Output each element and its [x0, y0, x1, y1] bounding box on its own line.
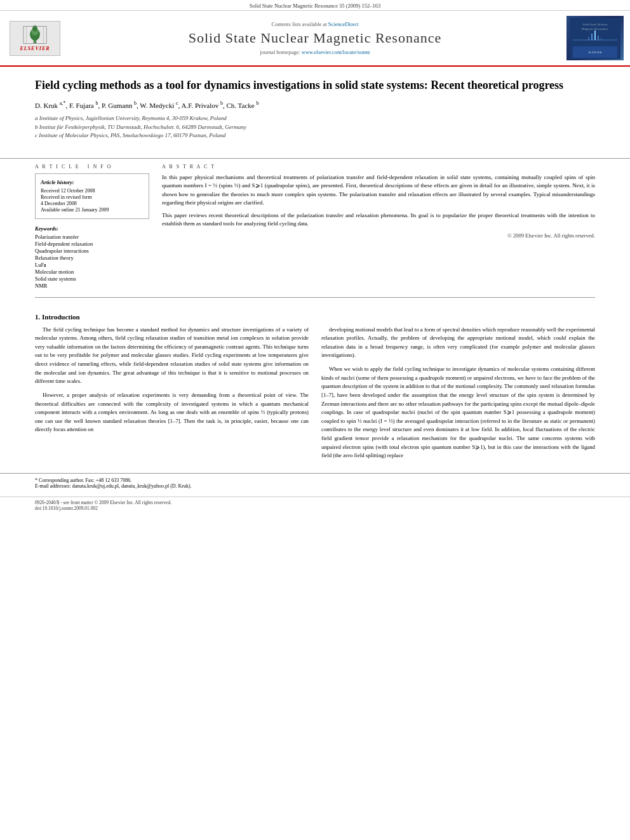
- journal-homepage: journal homepage: www.elsevier.com/locat…: [70, 49, 560, 55]
- keyword-0: Polarization transfer: [35, 234, 149, 240]
- article-header-section: Field cycling methods as a tool for dyna…: [0, 67, 630, 153]
- svg-text:Magnetic Resonance: Magnetic Resonance: [582, 27, 609, 30]
- keyword-2: Quadrupolar interactions: [35, 248, 149, 254]
- journal-cover-image: Solid State Nuclear Magnetic Resonance E…: [566, 16, 624, 60]
- intro-para-1: The field cycling technique has become a…: [35, 326, 309, 386]
- intro-right-col: developing motional models that lead to …: [321, 326, 595, 465]
- bottom-copyright: 0926-2040/$ - see front matter © 2009 El…: [35, 500, 171, 505]
- section-divider: [0, 158, 630, 159]
- keyword-6: Solid state systems: [35, 276, 149, 282]
- elsevier-name: ELSEVIER: [20, 46, 50, 51]
- keywords-block: Keywords: Polarization transfer Field-de…: [35, 225, 149, 289]
- elsevier-tree-icon: [22, 25, 48, 44]
- homepage-url[interactable]: www.elsevier.com/locate/ssnmr: [302, 49, 370, 55]
- svg-text:ELSEVIER: ELSEVIER: [588, 51, 601, 54]
- affiliation-c: c Institute of Molecular Physics, PAS, S…: [35, 131, 595, 140]
- copyright-line: © 2009 Elsevier Inc. All rights reserved…: [162, 232, 595, 239]
- keywords-label: Keywords:: [35, 225, 149, 232]
- affiliations: a Institute of Physics, Jagiellonian Uni…: [35, 114, 595, 140]
- intro-left-col: The field cycling technique has become a…: [35, 326, 309, 465]
- sciencedirect-link-area: Contents lists available at ScienceDirec…: [70, 21, 560, 27]
- abstract-column: A B S T R A C T In this paper physical m…: [162, 164, 595, 290]
- keyword-7: NMR: [35, 283, 149, 289]
- svg-text:Solid State Nuclear: Solid State Nuclear: [583, 23, 608, 26]
- journal-citation: Solid State Nuclear Magnetic Resonance 3…: [250, 3, 381, 9]
- footnote-area: * Corresponding author. Fax: +48 12 633 …: [0, 473, 630, 491]
- intro-right-para-1: developing motional models that lead to …: [321, 326, 595, 361]
- keyword-3: Relaxation theory: [35, 255, 149, 261]
- journal-header-center: Contents lists available at ScienceDirec…: [64, 21, 566, 55]
- article-history-block: Article history: Received 12 October 200…: [35, 173, 149, 219]
- keyword-4: LuF₃: [35, 262, 149, 268]
- received-date: Received 12 October 2008: [41, 188, 144, 194]
- body-section: 1. Introduction The field cycling techni…: [0, 305, 630, 473]
- revised-label: Received in revised form: [41, 194, 144, 200]
- email-note: E-mail addresses: danuta.kruk@uj.edu.pl,…: [35, 483, 595, 489]
- authors-line: D. Kruk a,*, F. Fujara b, P. Gumann b, W…: [35, 100, 595, 109]
- abstract-text: In this paper physical mechanisms and th…: [162, 173, 595, 229]
- journal-top-bar: Solid State Nuclear Magnetic Resonance 3…: [0, 0, 630, 11]
- footnote-text: * Corresponding author. Fax: +48 12 633 …: [35, 477, 595, 483]
- sciencedirect-link[interactable]: ScienceDirect: [328, 21, 359, 27]
- abstract-paragraph-1: In this paper physical mechanisms and th…: [162, 173, 595, 208]
- main-divider: [35, 297, 595, 298]
- affiliation-a: a Institute of Physics, Jagiellonian Uni…: [35, 114, 595, 123]
- intro-section-title: 1. Introduction: [35, 313, 595, 321]
- intro-para-2: However, a proper analysis of relaxation…: [35, 391, 309, 434]
- cover-image-icon: Solid State Nuclear Magnetic Resonance E…: [570, 18, 620, 59]
- intro-two-col: The field cycling technique has become a…: [35, 326, 595, 465]
- sciencedirect-prefix: Contents lists available at: [272, 21, 327, 27]
- elsevier-logo: ELSEVIER: [10, 21, 60, 56]
- available-date: Available online 21 January 2009: [41, 207, 144, 213]
- article-meta-section: A R T I C L E I N F O Article history: R…: [0, 164, 630, 290]
- intro-right-para-2: When we wish to apply the field cycling …: [321, 365, 595, 460]
- abstract-paragraph-2: This paper reviews recent theoretical de…: [162, 211, 595, 229]
- abstract-heading: A B S T R A C T: [162, 164, 595, 170]
- article-left-column: A R T I C L E I N F O Article history: R…: [35, 164, 149, 290]
- revised-date: 4 December 2008: [41, 201, 144, 206]
- elsevier-logo-area: ELSEVIER: [6, 16, 64, 60]
- journal-header: ELSEVIER Contents lists available at Sci…: [0, 11, 630, 67]
- bottom-bar: 0926-2040/$ - see front matter © 2009 El…: [0, 497, 630, 514]
- bottom-doi: doi:10.1016/j.ssnmr.2009.01.002: [35, 505, 98, 511]
- article-title: Field cycling methods as a tool for dyna…: [35, 78, 595, 93]
- journal-title: Solid State Nuclear Magnetic Resonance: [70, 30, 560, 46]
- keyword-5: Molecular motion: [35, 269, 149, 275]
- article-info-heading: A R T I C L E I N F O: [35, 164, 149, 170]
- homepage-prefix: journal homepage:: [260, 49, 300, 55]
- affiliation-b: b Institut für Festkörperphysik, TU Darm…: [35, 123, 595, 132]
- article-history-label: Article history:: [41, 179, 144, 185]
- keyword-1: Field-dependent relaxation: [35, 241, 149, 247]
